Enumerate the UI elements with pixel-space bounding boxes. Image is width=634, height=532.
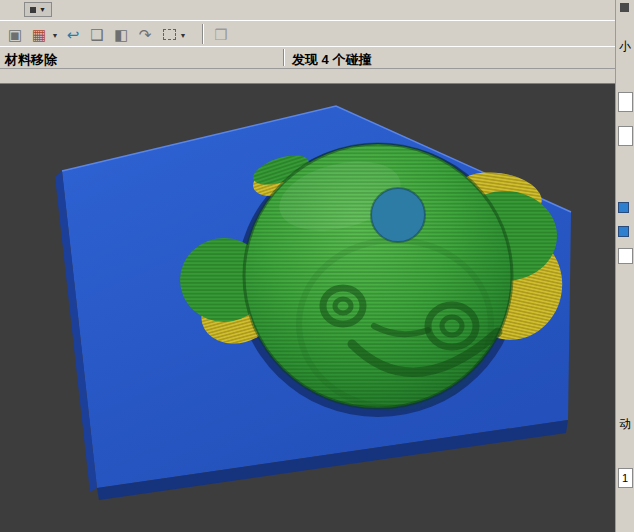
compare-icon: ▦ <box>32 27 46 42</box>
create-stock-button[interactable]: ◧ <box>110 23 132 45</box>
right-panel: 小 动 1 <box>615 0 634 532</box>
analyze-icon: ↷ <box>139 27 152 42</box>
chevron-down-icon: ▼ <box>39 6 46 13</box>
panel-field-3[interactable] <box>618 248 633 264</box>
toolbar-separator <box>202 24 204 44</box>
application-window: ▼ ▣ ▦ ▼ ↩ ❑ ◧ ↷ ▼ ❒ <box>0 0 634 532</box>
viewport-3d[interactable] <box>0 84 615 532</box>
selection-marquee-icon <box>163 29 176 40</box>
simulation-statusbar: 材料移除 发现 4 个碰撞 <box>0 46 615 69</box>
panel-checkbox-1[interactable] <box>618 202 629 213</box>
chevron-down-icon: ▼ <box>180 32 187 39</box>
facet-bodies-icon: ❑ <box>90 27 103 42</box>
toolbar-overflow-icon <box>30 7 36 13</box>
panel-field-2[interactable] <box>618 126 633 146</box>
panel-field-4[interactable]: 1 <box>618 468 633 488</box>
chevron-down-icon: ▼ <box>52 32 59 39</box>
panel-label-fragment-top: 小 <box>619 38 631 55</box>
panel-value-fragment: 1 <box>622 472 628 484</box>
panel-icon <box>620 3 629 12</box>
reset-button[interactable]: ↩ <box>62 23 84 45</box>
facet-bodies-button[interactable]: ❑ <box>86 23 108 45</box>
mode-label: 材料移除 <box>5 51 57 69</box>
display-options-button[interactable]: ▣ <box>4 23 26 45</box>
panel-checkbox-2[interactable] <box>618 226 629 237</box>
reset-arrow-icon: ↩ <box>67 27 80 42</box>
solid-box-button[interactable]: ❒ <box>210 23 232 45</box>
simulation-scene <box>0 84 615 532</box>
toolbar-overflow-button[interactable]: ▼ <box>24 2 52 17</box>
collision-message: 发现 4 个碰撞 <box>292 51 371 69</box>
panel-field-1[interactable] <box>618 92 633 112</box>
viewport-header-strip <box>0 69 615 84</box>
compare-button[interactable]: ▦ <box>28 23 50 45</box>
toolbar-row-top: ▼ <box>0 0 615 20</box>
analyze-button[interactable]: ↷ <box>134 23 156 45</box>
simulation-toolbar: ▣ ▦ ▼ ↩ ❑ ◧ ↷ ▼ ❒ <box>0 20 615 46</box>
compare-dropdown[interactable]: ▼ <box>50 30 60 40</box>
create-stock-icon: ◧ <box>114 27 128 42</box>
statusbar-separator <box>283 49 285 66</box>
solid-box-icon: ❒ <box>214 27 227 42</box>
selection-box-button[interactable] <box>158 23 180 45</box>
display-options-icon: ▣ <box>8 27 22 42</box>
selection-box-dropdown[interactable]: ▼ <box>178 30 188 40</box>
flat-hole <box>371 188 425 242</box>
panel-label-fragment-mid: 动 <box>619 416 631 433</box>
